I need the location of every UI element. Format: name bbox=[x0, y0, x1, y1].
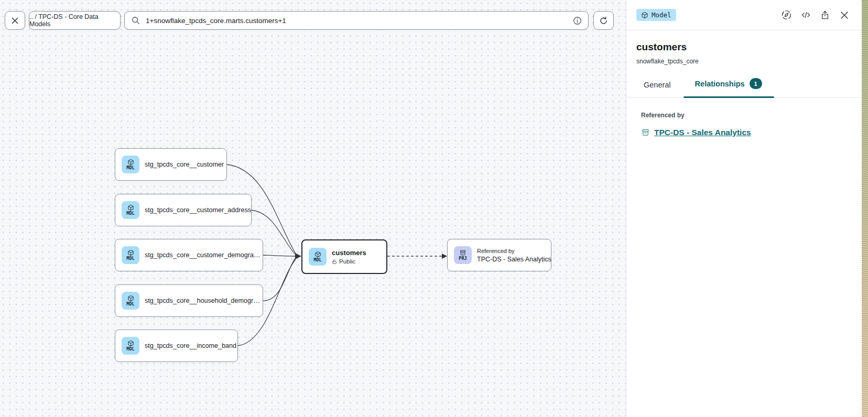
code-button[interactable] bbox=[800, 9, 811, 21]
model-tile: MDL bbox=[122, 246, 139, 264]
tab-label: Relationships bbox=[695, 80, 745, 88]
project-icon bbox=[641, 128, 650, 137]
tile-badge: MDL bbox=[126, 256, 134, 261]
referenced-project-link[interactable]: TPC-DS - Sales Analytics bbox=[654, 128, 751, 137]
close-panel-button[interactable] bbox=[839, 9, 850, 21]
lineage-edges bbox=[0, 0, 626, 417]
tile-badge: MDL bbox=[313, 258, 321, 262]
search-icon bbox=[131, 16, 140, 25]
node-stg-tpcds-core-customer-address[interactable]: MDL stg_tpcds_core__customer_address bbox=[115, 194, 252, 226]
lineage-canvas[interactable]: .. / TPC-DS - Core Data Models 1+snowfla… bbox=[0, 0, 626, 417]
tab-general[interactable]: General bbox=[644, 81, 671, 97]
close-icon bbox=[840, 10, 849, 20]
node-label: stg_tpcds_core__customer_demogra… bbox=[145, 251, 261, 259]
model-tile: MDL bbox=[309, 248, 327, 266]
model-tile: MDL bbox=[122, 292, 139, 310]
code-icon bbox=[800, 9, 811, 20]
relationships-count-badge: 1 bbox=[750, 78, 762, 89]
refresh-button[interactable] bbox=[593, 11, 614, 30]
node-title: TPC-DS - Sales Analytics bbox=[477, 256, 551, 263]
desktop-wallpaper-edge bbox=[862, 0, 868, 417]
panel-title-block: customers snowflake_tpcds_core bbox=[626, 30, 862, 65]
panel-header: Model bbox=[626, 0, 862, 30]
page-title: customers bbox=[636, 41, 852, 53]
referenced-by-item: TPC-DS - Sales Analytics bbox=[641, 128, 847, 137]
close-lineage-button[interactable] bbox=[5, 11, 25, 30]
node-stg-tpcds-core-income-band[interactable]: MDL stg_tpcds_core__income_band bbox=[115, 330, 238, 362]
explore-lineage-button[interactable] bbox=[780, 9, 792, 21]
node-stg-tpcds-core-customer[interactable]: MDL stg_tpcds_core__customer bbox=[115, 148, 227, 181]
lineage-selector-input[interactable]: 1+snowflake_tpcds_core.marts.customers+1 bbox=[124, 11, 589, 30]
node-title: customers bbox=[332, 249, 366, 257]
model-tile: MDL bbox=[122, 337, 139, 355]
node-label: stg_tpcds_core__customer_address bbox=[145, 206, 251, 214]
referenced-by-heading: Referenced by bbox=[641, 112, 847, 119]
model-tile: MDL bbox=[122, 156, 139, 173]
unlock-icon bbox=[332, 259, 337, 265]
breadcrumb-label: .. / TPC-DS - Core Data Models bbox=[29, 13, 120, 28]
node-customers-selected[interactable]: MDL customers Public bbox=[301, 239, 387, 274]
share-button[interactable] bbox=[819, 9, 831, 21]
share-icon bbox=[820, 9, 830, 20]
explore-icon bbox=[781, 9, 792, 20]
resource-type-badge: Model bbox=[636, 9, 676, 21]
relationships-content: Referenced by TPC-DS - Sales Analytics bbox=[626, 97, 862, 151]
access-label: Public bbox=[339, 258, 355, 265]
node-stg-tpcds-core-household-demographics[interactable]: MDL stg_tpcds_core__household_demogr… bbox=[115, 284, 263, 317]
node-label: stg_tpcds_core__income_band bbox=[145, 342, 236, 349]
tab-relationships[interactable]: Relationships 1 bbox=[695, 78, 762, 97]
info-icon[interactable] bbox=[573, 16, 582, 25]
node-label: stg_tpcds_core__household_demogr… bbox=[145, 297, 260, 304]
close-icon bbox=[11, 17, 19, 25]
node-label: stg_tpcds_core__customer bbox=[145, 161, 224, 168]
project-subtitle: snowflake_tpcds_core bbox=[636, 58, 852, 65]
search-value: 1+snowflake_tpcds_core.marts.customers+1 bbox=[146, 17, 568, 25]
tile-badge: PRJ bbox=[459, 256, 466, 261]
referenced-by-label: Referenced by bbox=[477, 248, 551, 254]
tile-badge: MDL bbox=[126, 347, 134, 352]
refresh-icon bbox=[599, 16, 608, 25]
tile-badge: MDL bbox=[126, 302, 134, 306]
tile-badge: MDL bbox=[126, 211, 134, 216]
model-icon bbox=[641, 12, 648, 19]
resource-type-label: Model bbox=[652, 11, 671, 19]
panel-tabs: General Relationships 1 bbox=[626, 78, 862, 97]
details-panel: Model bbox=[626, 0, 862, 417]
node-stg-tpcds-core-customer-demographics[interactable]: MDL stg_tpcds_core__customer_demogra… bbox=[115, 239, 263, 271]
panel-actions bbox=[780, 9, 850, 21]
tab-label: General bbox=[644, 81, 671, 89]
model-tile: MDL bbox=[122, 201, 139, 219]
breadcrumb[interactable]: .. / TPC-DS - Core Data Models bbox=[29, 11, 121, 30]
tile-badge: MDL bbox=[126, 166, 134, 170]
project-tile: PRJ bbox=[454, 246, 472, 264]
node-tpcds-sales-analytics[interactable]: PRJ Referenced by TPC-DS - Sales Analyti… bbox=[447, 239, 551, 271]
